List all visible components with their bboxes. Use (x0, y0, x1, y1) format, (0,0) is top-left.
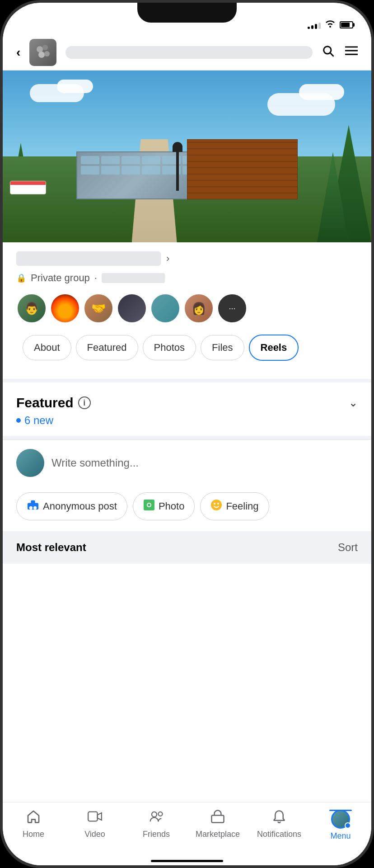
most-relevant-label: Most relevant (16, 541, 86, 554)
photo-post-button[interactable]: Photo (133, 492, 195, 520)
new-count-text: 6 new (24, 414, 53, 427)
signal-bar-1 (308, 27, 310, 29)
featured-title-row: Featured i (16, 395, 91, 410)
svg-line-5 (330, 53, 333, 56)
post-input[interactable]: Write something... (51, 457, 139, 469)
status-bar (3, 3, 371, 34)
member-count-placeholder (102, 273, 165, 283)
tab-reels[interactable]: Reels (249, 335, 299, 361)
avatar-face-3: 🤝 (84, 294, 112, 322)
member-avatar-more[interactable]: ··· (217, 293, 248, 324)
svg-point-0 (37, 46, 43, 52)
tab-featured[interactable]: Featured (76, 335, 138, 360)
search-icon[interactable] (322, 44, 334, 60)
member-avatars: 👨 🤝 👩 (16, 293, 358, 324)
section-divider-2 (3, 436, 371, 439)
cloud-4 (299, 84, 344, 100)
featured-section: Featured i ⌄ 6 new (3, 382, 371, 436)
anonymous-post-button[interactable]: Anonymous post (16, 492, 127, 520)
avatar-face-6: 👩 (185, 294, 213, 322)
signal-bar-4 (318, 23, 321, 29)
signal-bar-2 (311, 25, 313, 29)
nav-item-menu[interactable]: Menu (310, 810, 371, 841)
group-name-nav (65, 46, 313, 59)
lock-icon: 🔒 (16, 273, 26, 283)
tab-photos[interactable]: Photos (143, 335, 196, 360)
group-name-row: › (16, 251, 358, 266)
group-avatar[interactable] (29, 39, 56, 66)
lamp-post (176, 146, 179, 191)
featured-header: Featured i ⌄ (16, 395, 358, 410)
svg-point-10 (29, 506, 33, 509)
avatar-face-1: 👨 (18, 294, 46, 322)
home-label: Home (23, 830, 44, 839)
anon-icon (27, 500, 39, 513)
featured-info-icon[interactable]: i (78, 396, 91, 409)
window (122, 166, 140, 175)
tab-files[interactable]: Files (201, 335, 244, 360)
active-dot (345, 822, 351, 829)
feeling-label: Feeling (226, 500, 258, 512)
content-scroll[interactable]: › 🔒 Private group · 👨 (3, 71, 371, 802)
active-tab-indicator (329, 810, 352, 811)
window (101, 156, 120, 165)
status-icons (308, 19, 353, 30)
cover-photo (3, 71, 371, 242)
lamp-top (173, 142, 182, 152)
building-glass (76, 151, 206, 199)
member-avatar-1[interactable]: 👨 (16, 293, 47, 324)
svg-point-16 (211, 500, 222, 510)
wifi-icon (325, 19, 335, 30)
svg-rect-23 (211, 816, 224, 823)
window (122, 156, 140, 165)
member-avatar-2[interactable] (50, 293, 80, 324)
building-brick (187, 139, 298, 199)
svg-marker-20 (98, 813, 102, 820)
svg-point-2 (38, 52, 45, 58)
tab-bar: About Featured Photos Files Reels (16, 335, 358, 370)
svg-point-18 (217, 503, 219, 505)
svg-point-1 (42, 45, 48, 50)
phone-frame: ‹ (0, 0, 374, 868)
friends-icon (148, 810, 164, 827)
svg-point-11 (33, 506, 37, 509)
svg-rect-19 (88, 812, 98, 821)
member-avatar-5[interactable] (150, 293, 181, 324)
feeling-post-button[interactable]: Feeling (200, 492, 269, 520)
chevron-right-icon[interactable]: › (166, 253, 169, 264)
featured-collapse-icon[interactable]: ⌄ (349, 396, 358, 409)
nav-item-marketplace[interactable]: Marketplace (187, 810, 248, 839)
photo-icon (143, 499, 155, 514)
back-button[interactable]: ‹ (16, 45, 20, 60)
nav-item-friends[interactable]: Friends (126, 810, 187, 839)
more-members-label: ··· (229, 304, 235, 313)
svg-point-3 (44, 51, 50, 57)
group-meta: 🔒 Private group · (16, 272, 358, 284)
nav-item-home[interactable]: Home (3, 810, 64, 839)
nav-item-video[interactable]: Video (64, 810, 126, 839)
avatar-face-2 (51, 294, 79, 322)
marketplace-label: Marketplace (196, 830, 240, 839)
svg-rect-9 (28, 503, 38, 509)
member-avatar-3[interactable]: 🤝 (83, 293, 114, 324)
privacy-text: Private group (31, 272, 90, 284)
nav-item-notifications[interactable]: Notifications (248, 810, 310, 839)
new-dot (16, 418, 21, 423)
relevance-filter-bar: Most relevant Sort (3, 531, 371, 564)
write-post-area: Write something... (3, 439, 371, 488)
member-avatar-6[interactable]: 👩 (183, 293, 214, 324)
battery-icon (340, 21, 353, 28)
brick-texture (187, 140, 297, 199)
nav-bar: ‹ (3, 34, 371, 71)
svg-point-22 (159, 812, 163, 816)
signal-bars (308, 21, 321, 29)
member-avatar-4[interactable] (117, 293, 147, 324)
nav-action-icons (322, 44, 358, 60)
photo-label: Photo (159, 500, 185, 512)
tab-about[interactable]: About (23, 335, 71, 360)
window (101, 166, 120, 175)
sort-button[interactable]: Sort (338, 541, 358, 554)
svg-rect-12 (31, 500, 35, 504)
svg-point-17 (214, 503, 215, 505)
menu-icon[interactable] (345, 44, 358, 60)
